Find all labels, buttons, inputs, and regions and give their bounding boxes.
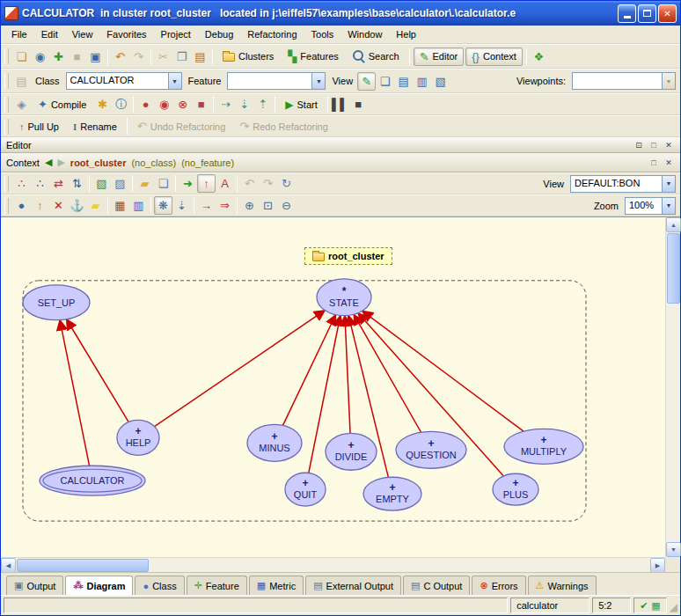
scroll-up-icon[interactable]: ▲ <box>666 217 681 232</box>
context-cluster[interactable]: root_cluster <box>70 158 127 168</box>
context-toggle-button[interactable]: {} Context <box>465 48 523 66</box>
toolbar-gripper[interactable] <box>4 198 9 214</box>
toolbar-gripper[interactable] <box>4 48 9 64</box>
new-view-icon[interactable]: ❏ <box>154 174 172 193</box>
tab-output[interactable]: ▣Output <box>6 576 63 595</box>
editor-view-icon[interactable]: ✎ <box>357 72 376 91</box>
chevron-down-icon[interactable]: ▼ <box>168 73 181 89</box>
ignore-breakpoints-icon[interactable]: ■ <box>192 95 210 114</box>
title-bar[interactable]: CALCULATOR in cluster root_cluster locat… <box>1 1 680 26</box>
tab-metric[interactable]: ▦Metric <box>249 576 304 595</box>
show-descendants-icon[interactable]: ↑ <box>31 196 49 215</box>
toggle-labels-icon[interactable]: A <box>216 174 234 193</box>
flat-view-icon[interactable]: ▤ <box>394 72 413 91</box>
chevron-down-icon[interactable]: ▼ <box>311 73 325 89</box>
tab-c-output[interactable]: ▤C Output <box>403 576 470 595</box>
cluster-relations-icon[interactable]: ∴ <box>31 174 49 193</box>
menu-item-edit[interactable]: Edit <box>34 26 65 42</box>
class-node-quit[interactable]: +QUIT <box>285 473 326 506</box>
interface-view-icon[interactable]: ▧ <box>431 72 450 91</box>
class-node-question[interactable]: +QUESTION <box>396 431 466 468</box>
new-client-link-icon[interactable]: → <box>197 196 216 215</box>
run-no-stop-icon[interactable]: ◉ <box>155 95 173 114</box>
vertical-scroll-thumb[interactable] <box>667 233 680 304</box>
clickable-view-icon[interactable]: ▥ <box>413 72 431 91</box>
chevron-down-icon[interactable]: ▼ <box>662 198 675 214</box>
toolbar-gripper[interactable] <box>4 97 9 113</box>
menu-item-favorites[interactable]: Favorites <box>99 26 153 42</box>
project-info-icon[interactable]: ⓘ <box>112 95 130 114</box>
horizontal-scrollbar[interactable]: ◀ ▶ <box>1 557 665 572</box>
undock-icon[interactable]: ⊡ <box>633 139 645 151</box>
zoom-out-icon[interactable]: ⊖ <box>277 196 296 215</box>
resize-grip[interactable]: ◢ <box>670 601 677 613</box>
pull-up-button[interactable]: ↑ Pull Up <box>13 119 65 135</box>
start-button[interactable]: ▶ Start <box>279 96 323 114</box>
menu-item-project[interactable]: Project <box>154 26 198 42</box>
stop-icon[interactable]: ■ <box>349 95 368 114</box>
zoom-combobox[interactable]: 100% ▼ <box>625 197 676 215</box>
inheritance-links-icon[interactable]: ⇅ <box>68 174 86 193</box>
show-legend-icon[interactable]: ● <box>12 196 31 215</box>
tab-diagram[interactable]: ⁂Diagram <box>65 576 133 595</box>
back-icon[interactable]: ◀ <box>45 157 52 168</box>
class-node-state[interactable]: *STATE <box>317 279 371 316</box>
close-button[interactable]: ✕ <box>658 4 677 23</box>
tab-feature[interactable]: ✛Feature <box>187 576 247 595</box>
class-combobox[interactable]: CALCULATOR ▼ <box>66 72 182 90</box>
run-icon[interactable]: ● <box>136 95 155 114</box>
menu-item-window[interactable]: Window <box>340 26 389 42</box>
tab-class[interactable]: ●Class <box>135 576 184 595</box>
menu-item-refactoring[interactable]: Refactoring <box>240 26 304 42</box>
vertical-scrollbar[interactable]: ▲ ▼ <box>665 217 680 557</box>
scroll-left-icon[interactable]: ◀ <box>1 558 16 573</box>
reset-diagram-icon[interactable]: ▦ <box>111 196 129 215</box>
external-commands-icon[interactable]: ❖ <box>530 48 548 66</box>
step-into-icon[interactable]: ⇣ <box>235 95 253 114</box>
clusters-button[interactable]: Clusters <box>216 48 280 64</box>
class-node-plus[interactable]: +PLUS <box>493 473 538 505</box>
zoom-in-icon[interactable]: ⊕ <box>240 196 259 215</box>
new-inheritance-link-icon[interactable]: ⇒ <box>216 196 234 215</box>
class-node-empty[interactable]: +EMPTY <box>363 477 421 510</box>
print-diagram-icon[interactable]: ▨ <box>111 174 129 193</box>
maximize-pane-icon[interactable]: □ <box>648 139 660 151</box>
class-node-minus[interactable]: +MINUS <box>247 424 302 461</box>
save-icon[interactable]: ▣ <box>86 48 105 66</box>
menu-item-view[interactable]: View <box>65 26 100 42</box>
toolbar-gripper[interactable] <box>4 73 9 89</box>
menu-item-tools[interactable]: Tools <box>304 26 341 42</box>
open-file-icon[interactable]: ◉ <box>31 48 49 66</box>
outputs-icon[interactable]: ◈ <box>12 95 31 114</box>
save-diagram-image-icon[interactable]: ▧ <box>92 174 111 193</box>
bon-diagram[interactable]: SET_UP*STATE+HELPCALCULATOR+MINUS+QUIT+D… <box>1 217 665 557</box>
class-node-set-up[interactable]: SET_UP <box>23 285 90 320</box>
feature-combobox[interactable]: ▼ <box>227 72 326 90</box>
chevron-down-icon[interactable]: ▼ <box>662 176 675 192</box>
pause-icon[interactable]: ▌▌ <box>331 95 349 114</box>
cluster-tag-root-cluster[interactable]: root_cluster <box>304 247 392 265</box>
anchor-item-icon[interactable]: ⚓ <box>68 196 86 215</box>
tab-external-output[interactable]: ▤External Output <box>305 576 401 595</box>
compile-button[interactable]: ✦ Compile <box>32 95 92 114</box>
close-pane-icon[interactable]: ✕ <box>663 139 675 151</box>
tab-errors[interactable]: ⊗Errors <box>472 576 525 595</box>
diagram-view-combobox[interactable]: DEFAULT:BON ▼ <box>570 175 676 193</box>
maximize-pane-icon[interactable]: □ <box>648 157 660 169</box>
class-node-divide[interactable]: +DIVIDE <box>326 433 377 470</box>
toolbar-gripper[interactable] <box>4 119 9 135</box>
menu-item-debug[interactable]: Debug <box>198 26 240 42</box>
step-out-icon[interactable]: ⇡ <box>253 95 272 114</box>
minimize-button[interactable] <box>618 4 636 23</box>
new-cluster-icon[interactable]: ▰ <box>135 174 154 193</box>
arrange-diagram-icon[interactable]: ▥ <box>129 196 148 215</box>
paste-icon[interactable]: ▤ <box>191 48 209 66</box>
go-to-target-icon[interactable]: ➜ <box>179 174 197 193</box>
client-supplier-links-icon[interactable]: ⇄ <box>49 174 68 193</box>
freeze-icon[interactable]: ✱ <box>93 95 112 114</box>
class-node-calculator[interactable]: CALCULATOR <box>40 466 145 495</box>
straighten-links-icon[interactable]: ⇣ <box>172 196 191 215</box>
scroll-down-icon[interactable]: ▼ <box>666 542 681 557</box>
features-button[interactable]: ▚ Features <box>282 48 344 66</box>
menu-item-help[interactable]: Help <box>389 26 423 42</box>
